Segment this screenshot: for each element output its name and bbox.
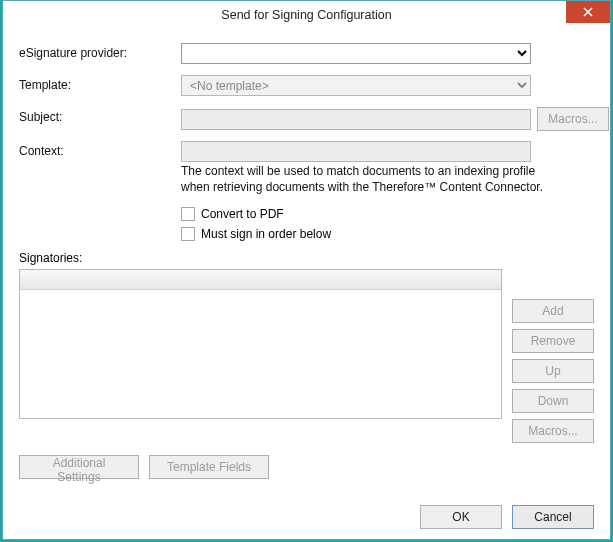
label-template: Template: <box>19 75 181 92</box>
row-provider: eSignature provider: <box>19 43 594 65</box>
bottom-button-row: Additional Settings Template Fields <box>19 455 594 479</box>
sign-order-checkbox[interactable] <box>181 227 195 241</box>
signatories-side-buttons: Add Remove Up Down Macros... <box>512 269 594 443</box>
close-icon <box>583 4 593 18</box>
signatories-list-header <box>20 270 501 290</box>
subject-macros-button[interactable]: Macros... <box>537 107 609 131</box>
label-signatories: Signatories: <box>19 251 594 265</box>
context-input[interactable] <box>181 141 531 162</box>
add-button[interactable]: Add <box>512 299 594 323</box>
provider-select[interactable] <box>181 43 531 64</box>
down-button[interactable]: Down <box>512 389 594 413</box>
signatory-macros-button[interactable]: Macros... <box>512 419 594 443</box>
row-sign-order: Must sign in order below <box>181 227 594 241</box>
row-context: Context: <box>19 141 594 163</box>
row-convert-pdf: Convert to PDF <box>181 207 594 221</box>
row-subject: Subject: Macros... <box>19 107 594 131</box>
row-template: Template: <No template> <box>19 75 594 97</box>
label-provider: eSignature provider: <box>19 43 181 60</box>
up-button[interactable]: Up <box>512 359 594 383</box>
template-fields-button[interactable]: Template Fields <box>149 455 269 479</box>
dialog-footer: OK Cancel <box>420 505 594 529</box>
label-context: Context: <box>19 141 181 158</box>
signatories-block: Signatories: Add Remove Up Down Macros..… <box>19 251 594 443</box>
convert-pdf-label: Convert to PDF <box>201 207 284 221</box>
client-area: eSignature provider: Template: <No templ… <box>3 29 610 539</box>
close-button[interactable] <box>566 1 610 23</box>
remove-button[interactable]: Remove <box>512 329 594 353</box>
convert-pdf-checkbox[interactable] <box>181 207 195 221</box>
additional-settings-button[interactable]: Additional Settings <box>19 455 139 479</box>
context-help-text: The context will be used to match docume… <box>181 163 551 195</box>
sign-order-label: Must sign in order below <box>201 227 331 241</box>
titlebar: Send for Signing Configuration <box>3 1 610 29</box>
template-select[interactable]: <No template> <box>181 75 531 96</box>
window-title: Send for Signing Configuration <box>3 1 610 29</box>
dialog-window: Send for Signing Configuration eSignatur… <box>2 0 611 540</box>
ok-button[interactable]: OK <box>420 505 502 529</box>
cancel-button[interactable]: Cancel <box>512 505 594 529</box>
label-subject: Subject: <box>19 107 181 124</box>
subject-input[interactable] <box>181 109 531 130</box>
signatories-list[interactable] <box>19 269 502 419</box>
